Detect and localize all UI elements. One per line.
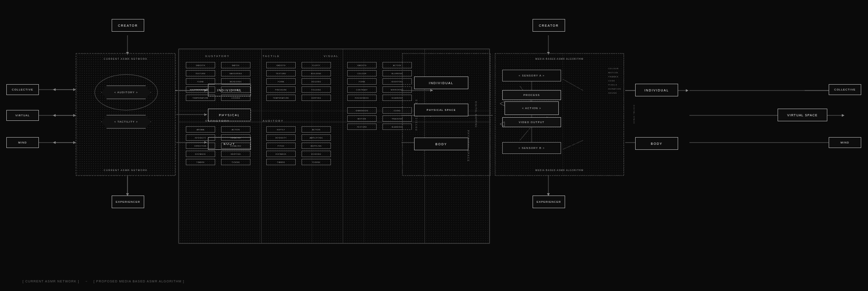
footer: [ CURRENT ASMR NETWORK ] → [ PROPOSED ME… — [23, 280, 184, 283]
aud-c-node-2: ACTION — [302, 126, 331, 133]
svg-marker-49 — [500, 122, 505, 126]
left-network-box: CURRENT ASMR NETWORK CURRENT ASMR NETWOR… — [76, 53, 175, 176]
collective-right: COLLECTIVE — [829, 84, 861, 95]
aud-c-node-9: TIMBRE — [266, 159, 296, 165]
creator-right: CREATOR — [533, 19, 565, 32]
olf-node-5: DIRECTION — [186, 143, 215, 149]
network-label-top-left: CURRENT ASMR NETWORK — [104, 57, 148, 60]
olf-node-3: INTENSITY — [186, 134, 215, 141]
aud-c-node-6: MUFFLING — [302, 143, 331, 149]
visual-header: VISUAL — [324, 55, 339, 57]
aud-c-node-7: DISTANCE — [266, 151, 296, 157]
vis-node-13: MOTION — [347, 115, 377, 122]
network-label-bottom-left: CURRENT ASMR NETWORK — [104, 169, 148, 172]
tac-node-10: SORTING — [302, 95, 331, 101]
olf-node-1: AROMA — [186, 126, 215, 133]
vis-node-7: CONTRAST — [347, 86, 377, 93]
gust-node-3: TEXTURE — [186, 70, 215, 76]
gust-node-1: SMOOTH — [186, 62, 215, 68]
tac-node-3: TEXTURE — [266, 70, 296, 76]
tactile-header: TACTILE — [263, 55, 280, 57]
gust-node-4: SAVOURING — [221, 70, 250, 76]
experiencer-left: EXPERIENCER — [112, 196, 144, 208]
auditory-central-grid: SOFTLY ACTION INTENSITY AMPLIFYING PITCH… — [262, 126, 342, 217]
tac-node-5: FORM — [266, 78, 296, 85]
tac-node-1: SMOOTH — [266, 62, 296, 68]
mind-left: MIND — [6, 137, 39, 148]
diagram-container: CREATOR COLLECTIVE VIRTUAL MIND CURRENT … — [0, 0, 868, 291]
vis-node-9: ROUGHNESS — [347, 95, 377, 101]
gust-node-5: FORM — [186, 78, 215, 85]
individual-right: INDIVIDUAL — [635, 84, 678, 96]
digital-space-area: DIGITAL SPACE — [630, 53, 638, 176]
physical-space-box: PHYSICAL SPACE DIGITAL MAPPING INDIVIDUA… — [402, 53, 491, 176]
vert-div-2 — [343, 49, 343, 243]
tactile-grid: SMOOTH FLUFFY TEXTURE BUILDING FORM HOLD… — [262, 62, 342, 119]
olf-node-4: INHALING — [221, 134, 250, 141]
gustatory-header: GUSTATORY — [205, 55, 230, 57]
aud-c-node-4: AMPLIFYING — [302, 134, 331, 141]
aud-c-node-3: INTENSITY — [266, 134, 296, 141]
physical-space-inner: PHYSICAL SPACE — [414, 104, 468, 116]
tactility-node: < TACTILITY > — [101, 115, 151, 129]
tac-node-9: TEMPERATURE — [266, 95, 296, 101]
virtual-left: VIRTUAL — [6, 110, 39, 121]
tac-node-8: FOLDING — [302, 86, 331, 93]
mind-right: MIND — [829, 137, 861, 148]
tac-node-4: BUILDING — [302, 70, 331, 76]
svg-marker-48 — [500, 101, 505, 106]
olf-node-6: EXHALING — [221, 143, 250, 149]
algo-internal-svg — [495, 54, 623, 175]
gust-node-7: PRESSURE — [186, 86, 215, 93]
aud-c-node-10: TUNING — [302, 159, 331, 165]
aud-c-node-5: PITCH — [266, 143, 296, 149]
auditory-circle — [94, 74, 158, 110]
virtual-space-right: VIRTUAL SPACE — [778, 109, 827, 121]
vis-node-5: FORM — [347, 78, 377, 85]
vis-node-11: DIMENSION — [347, 107, 377, 114]
tac-node-6: HOLDING — [302, 78, 331, 85]
olfactory-grid: AROMA ACTION INTENSITY INHALING DIRECTIO… — [181, 126, 262, 217]
individual-physical: INDIVIDUAL — [414, 76, 468, 89]
gust-node-8: CHEWING — [221, 86, 250, 93]
creator-left: CREATOR — [112, 19, 144, 32]
gustatory-grid: SMOOTH MATCH TEXTURE SAVOURING FORM MUNC… — [181, 62, 262, 119]
olf-node-2: ACTION — [221, 126, 250, 133]
tac-node-7: PRESSURE — [266, 86, 296, 93]
olf-node-9: TIMBRE — [186, 159, 215, 165]
gust-node-9: TEMPERATURE — [186, 95, 215, 101]
body-physical: BODY — [414, 138, 468, 150]
vis-node-1: SMOOTH — [347, 62, 377, 68]
gust-node-10: LICKING — [221, 95, 250, 101]
tac-node-2: FLUFFY — [302, 62, 331, 68]
olf-node-7: DISTANCE — [186, 151, 215, 157]
experiencer-right: EXPERIENCER — [533, 196, 565, 208]
body-right: BODY — [635, 137, 678, 150]
collective-left: COLLECTIVE — [6, 84, 39, 95]
digital-mapping-label: DIGITAL MAPPING — [475, 101, 477, 128]
vis-node-15: TEXTURE — [347, 124, 377, 130]
olf-node-8: SNIFFING — [221, 151, 250, 157]
algo-box: MEDIA BASED ASMR ALGORITHM MEDIA BASED A… — [495, 53, 624, 176]
aud-c-node-8: ECHOING — [302, 151, 331, 157]
gust-node-2: MATCH — [221, 62, 250, 68]
gust-node-6: MUNCHING — [221, 78, 250, 85]
vis-node-3: COLOUR — [347, 70, 377, 76]
vert-div-1 — [261, 49, 262, 243]
aud-c-node-1: SOFTLY — [266, 126, 296, 133]
olf-node-10: TUNING — [221, 159, 250, 165]
